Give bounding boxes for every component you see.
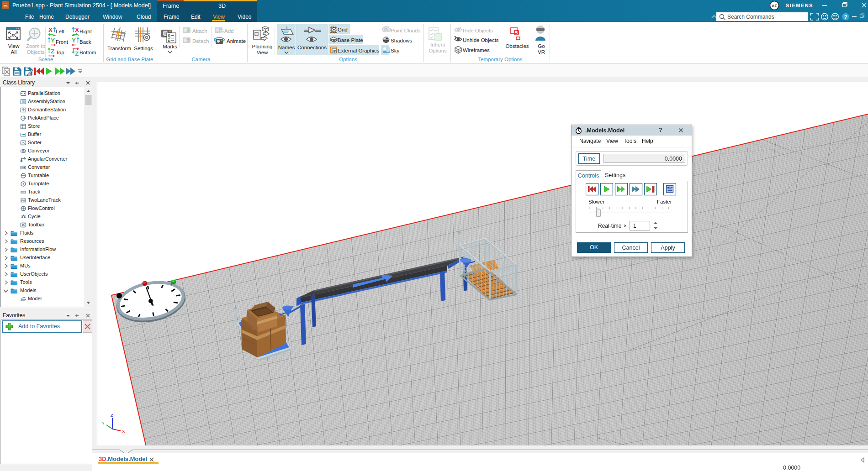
svg-text:Search Commands: Search Commands bbox=[727, 14, 774, 20]
svg-text:X: X bbox=[122, 429, 125, 434]
svg-text:X: X bbox=[75, 26, 79, 33]
svg-text:Z: Z bbox=[51, 48, 54, 55]
svg-text:?: ? bbox=[844, 14, 847, 20]
svg-text:X: X bbox=[48, 26, 53, 33]
svg-text:PS: PS bbox=[4, 5, 8, 8]
svg-text:Z: Z bbox=[75, 50, 79, 57]
svg-text:Y: Y bbox=[51, 37, 55, 44]
svg-text:Y: Y bbox=[102, 420, 105, 425]
svg-text:Z: Z bbox=[111, 413, 113, 418]
svg-text:AF: AF bbox=[772, 4, 777, 8]
